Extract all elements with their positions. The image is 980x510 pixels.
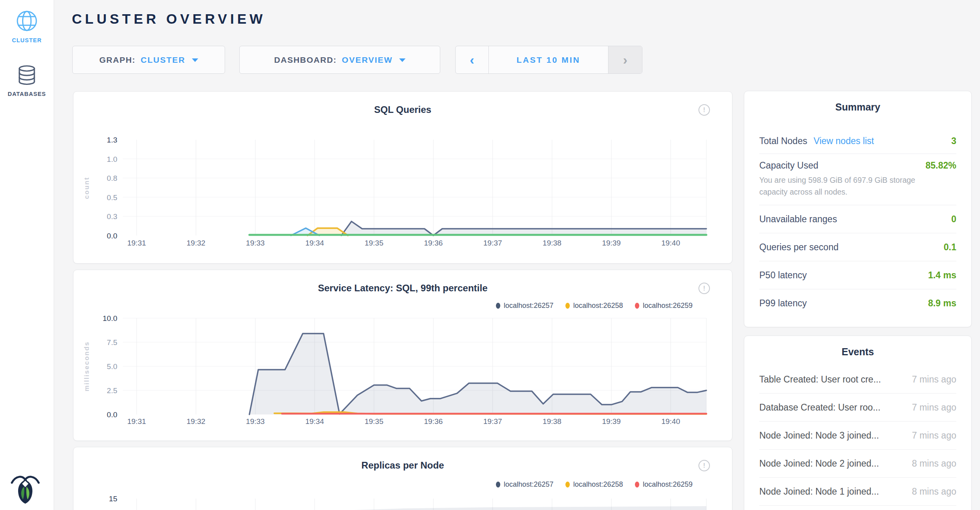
legend-label: localhost:26259 <box>643 302 693 310</box>
dashboard-dropdown-label: DASHBOARD: <box>274 55 337 65</box>
event-title[interactable]: Node Joined: Node 3 joined... <box>759 430 879 441</box>
event-row: Table Created: User root cre... 7 mins a… <box>759 366 956 394</box>
sidebar-item-databases[interactable]: DATABASES <box>0 65 54 97</box>
svg-text:19:31: 19:31 <box>127 417 146 426</box>
y-axis-label: count <box>83 177 91 199</box>
svg-text:0.0: 0.0 <box>107 411 117 419</box>
page-title: CLUSTER OVERVIEW <box>72 11 266 27</box>
summary-row-label: Queries per second <box>759 242 839 253</box>
sidebar-item-cluster[interactable]: CLUSTER <box>0 9 54 43</box>
dashboard-dropdown-value: OVERVIEW <box>342 55 393 65</box>
legend-label: localhost:26259 <box>643 480 693 489</box>
legend-dot-icon <box>635 482 639 488</box>
capacity-description: You are using 598.9 GiB of 697.9 GiB sto… <box>759 174 956 198</box>
svg-text:19:33: 19:33 <box>246 417 265 426</box>
svg-text:1.0: 1.0 <box>107 155 117 163</box>
chart-canvas: 10.07.55.02.50.019:3119:3219:3319:3419:3… <box>73 270 732 441</box>
chart-legend: localhost:26257localhost:26258localhost:… <box>496 302 693 310</box>
svg-text:1.3: 1.3 <box>107 136 117 144</box>
legend-item[interactable]: localhost:26257 <box>496 480 554 489</box>
time-range-selector: ‹ LAST 10 MIN › <box>455 46 642 74</box>
svg-text:15: 15 <box>109 495 117 503</box>
svg-text:5.0: 5.0 <box>107 362 117 371</box>
y-axis-label: milliseconds <box>83 341 91 392</box>
summary-row-value: 85.82% <box>926 160 956 171</box>
sidebar-item-label: DATABASES <box>0 91 54 97</box>
legend-item[interactable]: localhost:26258 <box>565 480 623 489</box>
chart-canvas: 1510 <box>73 447 732 510</box>
info-icon[interactable]: ! <box>698 283 710 294</box>
summary-row-value: 0 <box>951 214 956 225</box>
svg-text:19:35: 19:35 <box>364 417 383 426</box>
info-icon[interactable]: ! <box>698 104 710 116</box>
legend-item[interactable]: localhost:26257 <box>496 302 554 310</box>
time-range-value[interactable]: LAST 10 MIN <box>489 46 608 73</box>
summary-row-p50-latency: P50 latency 1.4 ms <box>759 261 956 289</box>
svg-text:19:39: 19:39 <box>602 417 621 426</box>
svg-text:0.3: 0.3 <box>107 212 117 221</box>
legend-dot-icon <box>496 303 500 309</box>
chevron-down-icon <box>192 58 198 62</box>
events-title: Events <box>744 346 971 358</box>
legend-item[interactable]: localhost:26258 <box>565 302 623 310</box>
chart-panel-sql-queries: 1.31.00.80.50.30.019:3119:3219:3319:3419… <box>73 91 732 264</box>
event-rows: Table Created: User root cre... 7 mins a… <box>759 366 956 506</box>
summary-row-unavailable-ranges: Unavailable ranges 0 <box>759 205 956 233</box>
summary-row-queries-per-second: Queries per second 0.1 <box>759 233 956 261</box>
svg-text:19:33: 19:33 <box>246 239 265 247</box>
event-row: Node Joined: Node 3 joined... 7 mins ago <box>759 422 956 450</box>
graph-dropdown-label: GRAPH: <box>99 55 135 65</box>
summary-title: Summary <box>744 101 971 113</box>
chart-canvas: 1.31.00.80.50.30.019:3119:3219:3319:3419… <box>73 92 732 264</box>
summary-row-value: 1.4 ms <box>928 270 956 281</box>
chart-title: Replicas per Node <box>73 460 732 471</box>
summary-row-p99-latency: P99 latency 8.9 ms <box>759 289 956 317</box>
event-time: 8 mins ago <box>912 486 956 497</box>
event-time: 7 mins ago <box>912 430 956 441</box>
chart-title: SQL Queries <box>73 104 732 115</box>
graph-dropdown[interactable]: GRAPH: CLUSTER <box>72 46 225 74</box>
svg-text:19:34: 19:34 <box>305 417 324 426</box>
summary-row-value: 0.1 <box>944 242 956 253</box>
svg-text:19:40: 19:40 <box>661 417 680 426</box>
event-row: Node Joined: Node 1 joined... 8 mins ago <box>759 478 956 506</box>
graph-dropdown-value: CLUSTER <box>141 55 185 65</box>
event-title[interactable]: Node Joined: Node 1 joined... <box>759 486 879 497</box>
globe-icon <box>15 27 38 34</box>
event-time: 7 mins ago <box>912 374 956 385</box>
event-title[interactable]: Node Joined: Node 2 joined... <box>759 458 879 469</box>
legend-dot-icon <box>565 482 570 488</box>
time-range-next-button[interactable]: › <box>608 46 642 73</box>
chevron-down-icon <box>399 58 406 62</box>
svg-text:19:31: 19:31 <box>127 239 146 247</box>
summary-row-value: 3 <box>951 136 956 146</box>
info-icon[interactable]: ! <box>698 460 710 471</box>
svg-text:0.0: 0.0 <box>107 232 117 240</box>
cluster-overview-page: { "icons": { "info": "!" }, "sidebar": {… <box>0 0 980 510</box>
chart-panel-service-latency: 10.07.55.02.50.019:3119:3219:3319:3419:3… <box>73 270 732 441</box>
sidebar: CLUSTER DATABASES <box>0 0 54 510</box>
event-time: 8 mins ago <box>912 458 956 469</box>
svg-text:19:32: 19:32 <box>187 239 206 247</box>
legend-item[interactable]: localhost:26259 <box>635 480 693 489</box>
chart-legend: localhost:26257localhost:26258localhost:… <box>496 480 693 489</box>
svg-text:19:34: 19:34 <box>305 239 324 247</box>
event-title[interactable]: Table Created: User root cre... <box>759 374 881 385</box>
view-nodes-list-link[interactable]: View nodes list <box>813 136 874 146</box>
legend-label: localhost:26258 <box>573 480 623 489</box>
summary-row-capacity-used: Capacity Used 85.82% You are using 598.9… <box>759 154 956 205</box>
svg-text:0.8: 0.8 <box>107 174 117 182</box>
legend-dot-icon <box>496 482 500 488</box>
time-range-prev-button[interactable]: ‹ <box>456 46 489 73</box>
legend-item[interactable]: localhost:26259 <box>635 302 693 310</box>
event-title[interactable]: Database Created: User roo... <box>759 402 880 413</box>
svg-text:19:35: 19:35 <box>364 239 383 247</box>
svg-text:2.5: 2.5 <box>107 386 117 395</box>
dashboard-dropdown[interactable]: DASHBOARD: OVERVIEW <box>239 46 440 74</box>
legend-label: localhost:26257 <box>504 480 554 489</box>
svg-text:19:37: 19:37 <box>483 239 502 247</box>
database-icon <box>17 80 37 86</box>
cockroach-logo[interactable] <box>10 472 41 505</box>
event-time: 7 mins ago <box>912 402 956 413</box>
summary-row-total-nodes: Total Nodes View nodes list 3 <box>759 128 956 154</box>
